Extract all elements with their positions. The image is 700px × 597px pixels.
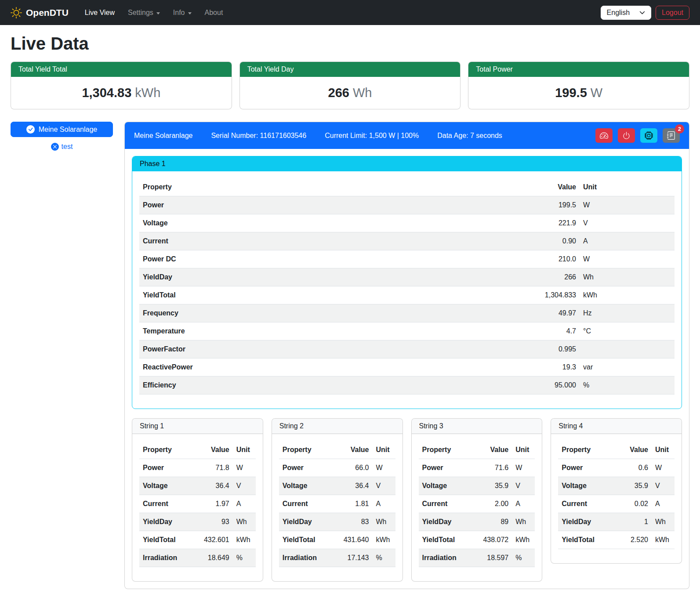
table-row: Voltage35.9V (419, 477, 535, 495)
power-icon (622, 131, 631, 140)
value-cell: 19.3 (522, 358, 580, 376)
value-cell: 210.0 (522, 250, 580, 268)
table-row: YieldDay93Wh (139, 513, 256, 531)
property-cell: Power (139, 459, 192, 477)
value-header: Value (192, 441, 233, 459)
value-cell: 49.97 (522, 304, 580, 322)
sun-icon (11, 7, 22, 18)
total-power-card: Total Power 199.5W (468, 62, 689, 109)
table-header-row: Property Value Unit (139, 441, 256, 459)
brand[interactable]: OpenDTU (11, 7, 69, 18)
property-header: Property (279, 441, 332, 459)
nav-info[interactable]: Info (167, 5, 198, 20)
phase-card-title: Phase 1 (132, 156, 682, 171)
table-head: Property Value Unit (419, 441, 535, 459)
unit-cell: W (580, 250, 675, 268)
table-row: Voltage221.9V (139, 214, 675, 232)
main-content: Live Data Total Yield Total 1,304.83kWh … (0, 25, 700, 597)
unit-cell: Hz (580, 304, 675, 322)
property-cell: YieldDay (139, 268, 522, 286)
unit-header: Unit (233, 441, 256, 459)
value-cell: 66.0 (332, 459, 373, 477)
table-row: Current0.90A (139, 232, 675, 250)
table-row: Voltage36.4V (279, 477, 395, 495)
property-cell: YieldDay (558, 513, 611, 531)
inverter-select-label: Meine Solaranlage (39, 126, 97, 134)
logout-button[interactable]: Logout (656, 6, 689, 20)
value-cell: 17.143 (332, 549, 373, 567)
value-header: Value (522, 178, 580, 196)
table-row: Power66.0W (279, 459, 395, 477)
string-2-table: Property Value Unit Power66.0WVoltage36.… (279, 441, 395, 567)
property-cell: Power (558, 459, 611, 477)
limit-settings-button[interactable] (595, 128, 613, 143)
table-row: Current1.97A (139, 495, 256, 513)
unit-cell: Wh (652, 513, 675, 531)
property-cell: Frequency (139, 304, 522, 322)
navbar-right: English Logout (601, 6, 689, 20)
value-cell: 1 (611, 513, 652, 531)
device-info-button[interactable] (640, 128, 657, 143)
chevron-down-icon (639, 10, 645, 15)
unit-header: Unit (373, 441, 395, 459)
value-cell: 221.9 (522, 214, 580, 232)
unit-cell: Wh (580, 268, 675, 286)
event-log-button[interactable]: 2 (663, 128, 680, 143)
speedometer-icon (600, 131, 608, 140)
value-header: Value (332, 441, 373, 459)
property-cell: YieldTotal (139, 531, 192, 549)
string-1-table: Property Value Unit Power71.8WVoltage36.… (139, 441, 256, 567)
value-cell: 266 (522, 268, 580, 286)
table-row: Current1.81A (279, 495, 395, 513)
table-row: Irradiation18.597% (419, 549, 535, 567)
string-1-table-body: Power71.8WVoltage36.4VCurrent1.97AYieldD… (139, 459, 256, 567)
value-cell: 0.6 (611, 459, 652, 477)
inverter-item-test[interactable]: test (51, 143, 73, 151)
property-cell: Voltage (139, 214, 522, 232)
property-cell: Voltage (558, 477, 611, 495)
table-head: Property Value Unit (139, 441, 256, 459)
caret-down-icon (156, 12, 160, 14)
nav-about[interactable]: About (198, 5, 230, 20)
property-cell: Temperature (139, 322, 522, 340)
table-header-row: Property Value Unit (558, 441, 675, 459)
value-cell: 0.90 (522, 232, 580, 250)
inverter-actions: 2 (595, 128, 680, 143)
inverter-serial: Serial Number: 116171603546 (211, 132, 306, 140)
content-row: Meine Solaranlage test Meine Solaranlage… (11, 122, 689, 589)
table-row: Voltage35.9V (558, 477, 675, 495)
inverter-select-button[interactable]: Meine Solaranlage (11, 122, 113, 137)
unit-cell: % (233, 549, 256, 567)
property-cell: YieldTotal (279, 531, 332, 549)
value-cell: 36.4 (332, 477, 373, 495)
inverter-name: Meine Solaranlage (134, 132, 192, 140)
nav-live-view[interactable]: Live View (78, 5, 121, 20)
string-4-card: String 4 Property Value Unit (551, 418, 682, 564)
string-3-card: String 3 Property Value Unit (411, 418, 543, 582)
inverter-sidebar: Meine Solaranlage test (11, 122, 113, 151)
value-cell: 0.995 (522, 340, 580, 358)
property-header: Property (558, 441, 611, 459)
table-header-row: Property Value Unit (139, 178, 675, 196)
table-row: YieldTotal1,304.833kWh (139, 286, 675, 304)
table-head: Property Value Unit (279, 441, 395, 459)
property-cell: Current (139, 495, 192, 513)
table-header-row: Property Value Unit (419, 441, 535, 459)
table-row: Irradiation17.143% (279, 549, 395, 567)
value-cell: 35.9 (611, 477, 652, 495)
unit-header: Unit (652, 441, 675, 459)
power-settings-button[interactable] (618, 128, 635, 143)
unit-cell: kWh (373, 531, 395, 549)
language-select[interactable]: English (601, 6, 651, 20)
unit-cell: W (373, 459, 395, 477)
property-cell: Power (279, 459, 332, 477)
inverter-card: Meine Solaranlage Serial Number: 1161716… (124, 122, 689, 589)
table-row: Frequency49.97Hz (139, 304, 675, 322)
value-cell: 71.6 (472, 459, 512, 477)
property-header: Property (419, 441, 472, 459)
unit-cell: V (233, 477, 256, 495)
nav-settings[interactable]: Settings (121, 5, 167, 20)
unit-header: Unit (580, 178, 675, 196)
string-card-body: Property Value Unit Power0.6WVoltage35.9… (551, 434, 682, 563)
summary-cards-row: Total Yield Total 1,304.83kWh Total Yiel… (11, 62, 689, 109)
